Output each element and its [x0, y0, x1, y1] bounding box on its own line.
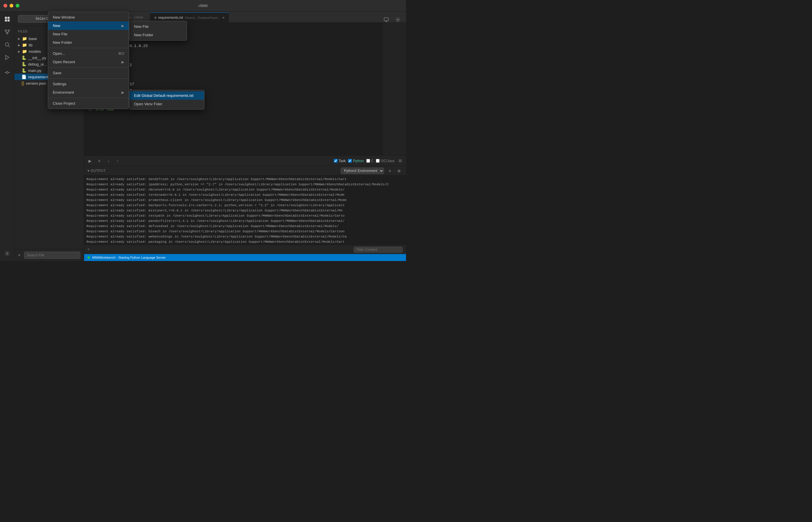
menu-item-label: Open Recent	[53, 60, 75, 64]
svg-point-14	[6, 72, 8, 74]
submenu-environment[interactable]: Edit Global Default requirements.txt Ope…	[129, 90, 204, 109]
tab-close-button[interactable]: ×	[222, 15, 224, 20]
activity-search[interactable]	[2, 39, 13, 50]
menu-item-environment[interactable]: Environment ▶	[48, 88, 129, 97]
c-checkbox-label[interactable]: C	[366, 159, 374, 163]
activity-settings[interactable]	[2, 248, 13, 259]
menu-item-new[interactable]: New ▶	[48, 21, 129, 30]
c-checkbox[interactable]	[366, 159, 370, 163]
status-text: MNNWorkbench - Starting Python Language …	[92, 256, 166, 259]
menu-item-label: Settings	[53, 82, 66, 86]
sidebar-bottom-row: +	[18, 252, 80, 259]
ocjava-checkbox[interactable]	[376, 159, 380, 163]
output-line: Requirement already satisfied: mistune<2…	[86, 208, 404, 213]
menu-separator	[48, 98, 129, 98]
filter-input[interactable]	[354, 247, 403, 253]
python-file-icon: 🐍	[21, 68, 26, 73]
menu-item-new-file[interactable]: New File	[48, 30, 129, 38]
download-button[interactable]: ↓	[105, 158, 112, 164]
titlebar: cftttttt	[0, 0, 406, 12]
menu-separator	[48, 78, 129, 79]
output-line: Requirement already satisfied: defusedxm…	[86, 224, 404, 229]
output-content: Requirement already satisfied: Send2Tras…	[84, 176, 406, 245]
submenu-new[interactable]: New File New Folder	[129, 21, 187, 41]
menu-item-new-window[interactable]: New Window	[48, 13, 129, 21]
editor-area: 📄 requirements.txt /Users/.../cftttttt/.…	[84, 12, 406, 261]
activity-debug[interactable]	[2, 67, 13, 78]
upload-button[interactable]: ↑	[114, 158, 121, 164]
panel-output-title: ▾ OUTPUT	[87, 169, 106, 173]
output-line: Requirement already satisfied: prometheu…	[86, 198, 404, 203]
code-line: 9 decorator==4.4.2	[84, 62, 406, 68]
menu-item-new-folder[interactable]: New Folder	[48, 38, 129, 47]
sidebar-item-label: main.py	[28, 68, 41, 73]
chevron-right-icon: ▶	[18, 37, 20, 40]
code-editor[interactable]: 3 numpy==1.18.4 4 flatbuffers==1.12 5 va…	[84, 23, 406, 156]
chevron-right-icon: ▶	[18, 43, 20, 47]
menu-item-open-recent[interactable]: Open Recent ▶	[48, 58, 129, 66]
menu-item-label: New	[53, 23, 60, 28]
code-line: 6 opencv-python==4.1.0.25	[84, 43, 406, 49]
output-line: Requirement already satisfied: pandocfil…	[86, 218, 404, 224]
python-checkbox-label[interactable]: Python	[348, 159, 364, 163]
menu-shortcut: ⌘O	[118, 52, 124, 56]
panel-clear-button[interactable]: ⊗	[395, 167, 403, 174]
output-line: Requirement already satisfied: packaging…	[86, 239, 404, 244]
json-file-icon: {}	[21, 81, 24, 85]
panel: ▶ ≡ ↓ ↑ Task Python C	[84, 156, 406, 254]
add-icon[interactable]: +	[18, 253, 21, 258]
monitor-icon[interactable]	[382, 16, 391, 24]
svg-point-21	[397, 19, 399, 21]
activity-git[interactable]	[2, 27, 13, 37]
output-line: Requirement already satisfied: nbconvert…	[86, 187, 404, 192]
menu-item-label: Save	[53, 71, 61, 75]
copy-button[interactable]: ⧉	[397, 158, 404, 164]
terminal-prompt: >	[87, 248, 89, 252]
gear-icon[interactable]	[393, 16, 403, 24]
menu-separator	[48, 67, 129, 67]
svg-line-10	[7, 32, 9, 33]
menu-item-open[interactable]: Open... ⌘O	[48, 49, 129, 58]
activity-explorer[interactable]	[2, 14, 13, 24]
svg-marker-13	[5, 55, 9, 60]
search-file-input[interactable]	[24, 252, 80, 259]
close-button[interactable]	[3, 4, 7, 7]
output-line: Requirement already satisfied: testpath …	[86, 213, 404, 218]
python-file-icon: 🐍	[21, 55, 26, 60]
activity-run[interactable]	[2, 52, 13, 63]
list-button[interactable]: ≡	[96, 158, 103, 164]
tab-label: requirements.txt	[158, 16, 183, 20]
sidebar-item-label: __init__.py	[28, 56, 46, 60]
menu-item-settings[interactable]: Settings	[48, 80, 129, 88]
svg-rect-2	[5, 19, 7, 21]
svg-rect-1	[7, 17, 9, 19]
panel-list-button[interactable]: ≡	[386, 167, 393, 174]
menu-item-close-project[interactable]: Close Project	[48, 99, 129, 107]
folder-icon: 📁	[22, 49, 27, 54]
run-button[interactable]: ▶	[86, 158, 94, 164]
task-checkbox-label[interactable]: Task	[334, 159, 346, 163]
code-line: 10 boto3==1.15.17	[84, 68, 406, 75]
file-menu[interactable]: New Window New ▶ New File New Folder Ope…	[48, 12, 129, 109]
toolbar-right	[382, 16, 403, 24]
svg-rect-18	[384, 18, 389, 21]
menu-item-label: Open...	[53, 51, 65, 56]
submenu-open-venv[interactable]: Open Venv Foler	[129, 100, 204, 108]
window-title: cftttttt	[198, 3, 208, 8]
sidebar-bottom: +	[15, 249, 84, 261]
submenu-new-file[interactable]: New File	[129, 22, 187, 31]
maximize-button[interactable]	[16, 4, 19, 7]
menu-item-save[interactable]: Save	[48, 69, 129, 77]
minimize-button[interactable]	[9, 4, 13, 7]
python-checkbox[interactable]	[348, 159, 352, 163]
sidebar-item-label: base	[29, 37, 37, 41]
svg-rect-0	[5, 17, 7, 19]
panel-bottom-row: >	[84, 245, 406, 254]
submenu-edit-global[interactable]: Edit Global Default requirements.txt	[129, 92, 204, 100]
ocjava-checkbox-label[interactable]: OC/Java	[376, 159, 394, 163]
env-dropdown[interactable]: Python2 Environment Python3 Environment	[341, 168, 384, 174]
submenu-new-folder[interactable]: New Folder	[129, 31, 187, 39]
output-line: Requirement already satisfied: webencodi…	[86, 234, 404, 239]
menu-item-label: Environment	[53, 90, 74, 95]
task-checkbox[interactable]	[334, 159, 338, 163]
